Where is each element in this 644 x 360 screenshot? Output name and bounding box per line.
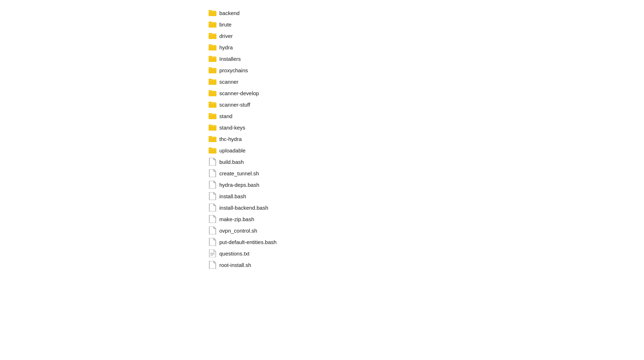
file-label-ovpn_control.sh: ovpn_control.sh (219, 228, 257, 234)
file-icon (209, 238, 216, 246)
file-icon (209, 204, 216, 211)
list-item-scanner-develop[interactable]: scanner-develop (206, 87, 644, 99)
list-item-install.bash[interactable]: install.bash (206, 190, 644, 202)
list-item-thc-hydra[interactable]: thc-hydra (206, 133, 644, 145)
folder-icon (209, 101, 216, 108)
file-icon (209, 169, 216, 177)
file-label-scanner-stuff: scanner-stuff (219, 102, 250, 108)
list-item-stand-keys[interactable]: stand-keys (206, 122, 644, 133)
file-label-uploadable: uploadable (219, 147, 245, 154)
list-item-driver[interactable]: driver (206, 30, 644, 42)
list-item-build.bash[interactable]: build.bash (206, 156, 644, 167)
file-label-hydra: hydra (219, 44, 233, 50)
file-label-backend: backend (219, 10, 240, 16)
file-label-build.bash: build.bash (219, 159, 244, 165)
list-item-brute[interactable]: brute (206, 19, 644, 30)
file-icon (209, 181, 216, 189)
file-icon (209, 215, 216, 223)
file-label-put-default-entities.bash: put-default-entities.bash (219, 239, 277, 245)
file-label-proxychains: proxychains (219, 67, 248, 73)
list-item-questions.txt[interactable]: questions.txt (206, 248, 644, 259)
list-item-uploadable[interactable]: uploadable (206, 145, 644, 156)
file-label-stand-keys: stand-keys (219, 125, 245, 131)
folder-icon (209, 43, 216, 51)
list-item-install-backend.bash[interactable]: install-backend.bash (206, 202, 644, 213)
text-file-icon (209, 249, 216, 257)
list-item-scanner[interactable]: scanner (206, 76, 644, 87)
list-item-backend[interactable]: backend (206, 7, 644, 19)
folder-icon (209, 78, 216, 86)
file-label-make-zip.bash: make-zip.bash (219, 216, 254, 222)
file-label-install.bash: install.bash (219, 193, 246, 199)
file-label-scanner-develop: scanner-develop (219, 90, 259, 96)
file-list: backend brute driver (206, 0, 644, 278)
list-item-ovpn_control.sh[interactable]: ovpn_control.sh (206, 225, 644, 236)
folder-icon (209, 66, 216, 74)
list-item-stand[interactable]: stand (206, 110, 644, 122)
file-label-scanner: scanner (219, 79, 238, 85)
folder-icon (209, 135, 216, 143)
file-label-driver: driver (219, 33, 233, 39)
folder-icon (209, 20, 216, 28)
list-item-scanner-stuff[interactable]: scanner-stuff (206, 99, 644, 110)
folder-icon (209, 9, 216, 17)
folder-icon (209, 55, 216, 63)
file-label-thc-hydra: thc-hydra (219, 136, 242, 142)
file-label-questions.txt: questions.txt (219, 250, 249, 257)
folder-icon (209, 112, 216, 120)
file-label-Installers: Installers (219, 56, 241, 62)
folder-icon (209, 146, 216, 154)
list-item-root-install.sh[interactable]: root-install.sh (206, 259, 644, 271)
file-icon (209, 158, 216, 166)
folder-icon (209, 32, 216, 40)
list-item-proxychains[interactable]: proxychains (206, 64, 644, 76)
list-item-Installers[interactable]: Installers (206, 53, 644, 64)
file-label-install-backend.bash: install-backend.bash (219, 205, 268, 211)
folder-icon (209, 89, 216, 97)
list-item-make-zip.bash[interactable]: make-zip.bash (206, 213, 644, 225)
file-label-stand: stand (219, 113, 233, 119)
file-label-create_tunnel.sh: create_tunnel.sh (219, 170, 259, 176)
list-item-hydra[interactable]: hydra (206, 42, 644, 53)
file-icon (209, 192, 216, 200)
list-item-create_tunnel.sh[interactable]: create_tunnel.sh (206, 167, 644, 179)
file-label-hydra-deps.bash: hydra-deps.bash (219, 182, 259, 188)
folder-icon (209, 123, 216, 131)
list-item-put-default-entities.bash[interactable]: put-default-entities.bash (206, 236, 644, 248)
list-item-hydra-deps.bash[interactable]: hydra-deps.bash (206, 179, 644, 190)
file-label-root-install.sh: root-install.sh (219, 262, 251, 268)
file-icon (209, 261, 216, 269)
file-icon (209, 227, 216, 234)
file-label-brute: brute (219, 21, 231, 28)
